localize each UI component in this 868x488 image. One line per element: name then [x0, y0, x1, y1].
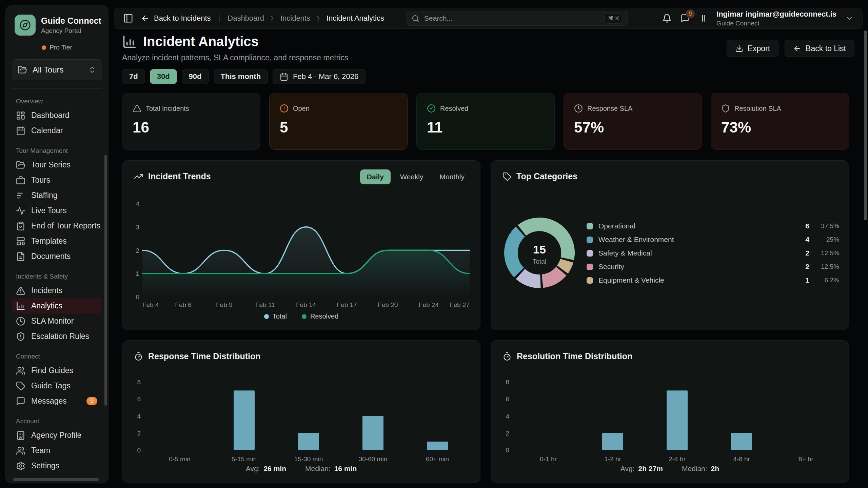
arrow-left-icon — [793, 44, 801, 53]
export-label: Export — [748, 44, 770, 53]
svg-text:4: 4 — [137, 413, 141, 420]
export-button[interactable]: Export — [727, 40, 778, 57]
sidebar-item-agency-profile[interactable]: Agency Profile — [12, 428, 102, 443]
back-to-incidents-button[interactable]: Back to Incidents — [141, 14, 211, 23]
messages-icon[interactable]: 9 — [680, 14, 690, 23]
category-count: 4 — [796, 236, 809, 244]
svg-text:60+ min: 60+ min — [426, 455, 449, 463]
category-label: Weather & Environment — [598, 236, 796, 244]
topbar-left: Back to Incidents | Dashboard Incidents … — [123, 13, 384, 23]
date-range-chip[interactable]: Feb 4 - Mar 6, 2026 — [273, 69, 366, 84]
brand: Guide Connect Agency Portal — [12, 15, 102, 36]
sidebar-item-staffing[interactable]: Staffing — [12, 188, 102, 203]
response-time-chart: 024680-5 min5-15 min15-30 min30-60 min60… — [131, 370, 473, 473]
svg-text:1-2 hr: 1-2 hr — [604, 455, 621, 463]
stat-value: 73% — [721, 119, 839, 136]
categories-donut-chart: 15Total — [500, 214, 578, 293]
sidebar-item-analytics[interactable]: Analytics — [12, 298, 102, 313]
user-menu[interactable]: Ingimar ingimar@guideconnect.is Guide Co… — [716, 10, 836, 27]
category-percent: 12.5% — [809, 263, 839, 270]
sidebar-item-label: Guide Tags — [31, 381, 98, 390]
sidebar-item-sla-monitor[interactable]: SLA Monitor — [12, 313, 102, 329]
svg-text:2: 2 — [506, 430, 509, 437]
breadcrumb-incidents[interactable]: Incidents — [280, 14, 310, 23]
clock-icon — [16, 317, 25, 326]
topbar-right: 9 Ingimar ingimar@guideconnect.is Guide … — [662, 10, 853, 27]
sidebar-item-documents[interactable]: Documents — [12, 249, 102, 264]
sidebar-item-incidents[interactable]: Incidents — [12, 283, 102, 298]
sidebar-item-messages[interactable]: Messages9 — [12, 393, 102, 409]
median-stat: Median:2h — [682, 465, 719, 473]
sidebar-item-label: Escalation Rules — [31, 332, 98, 341]
stat-value: 5 — [280, 119, 397, 136]
trending-up-icon — [134, 172, 143, 181]
window-scrollbar[interactable] — [864, 30, 867, 220]
response-time-title: Response Time Distribution — [148, 351, 261, 361]
breadcrumb-current: Incident Analytics — [327, 14, 384, 23]
notifications-bell-icon[interactable] — [662, 14, 672, 23]
sidebar-item-escalation-rules[interactable]: Escalation Rules — [12, 329, 102, 344]
category-row-equipment-vehicle: Equipment & Vehicle16.2% — [587, 275, 839, 285]
back-to-list-button[interactable]: Back to List — [785, 40, 854, 57]
range-30d-button[interactable]: 30d — [150, 69, 177, 84]
category-swatch-icon — [587, 223, 593, 229]
sidebar-item-guide-tags[interactable]: Guide Tags — [12, 378, 102, 393]
sidebar-item-settings[interactable]: Settings — [12, 458, 102, 473]
sidebar-item-calendar[interactable]: Calendar — [12, 123, 102, 138]
stat-card-open: Open5 — [269, 93, 408, 150]
briefcase-icon — [16, 176, 25, 185]
search-bar[interactable]: ⌘ K — [406, 11, 628, 26]
sidebar-item-label: Analytics — [31, 301, 98, 310]
search-input[interactable] — [424, 14, 600, 22]
toggle-monthly[interactable]: Monthly — [433, 169, 471, 184]
category-count: 6 — [796, 222, 809, 230]
sidebar-item-label: Live Tours — [31, 206, 98, 215]
breadcrumb-dashboard[interactable]: Dashboard — [228, 14, 264, 23]
svg-text:6: 6 — [137, 395, 141, 403]
sidebar-item-label: Team — [31, 446, 98, 455]
message-square-icon — [16, 396, 25, 406]
sidebar-nav: OverviewDashboardCalendarTour Management… — [12, 98, 102, 473]
sidebar-item-team[interactable]: Team — [12, 443, 102, 458]
chevrons-up-down-icon — [88, 66, 96, 74]
settings-icon — [16, 461, 25, 471]
sidebar-toggle-icon[interactable] — [123, 13, 133, 23]
shield-icon — [721, 104, 730, 113]
user-org: Guide Connect — [716, 20, 836, 27]
toggle-daily[interactable]: Daily — [360, 169, 391, 184]
toggle-weekly[interactable]: Weekly — [393, 169, 430, 184]
sidebar-item-label: Calendar — [31, 126, 98, 135]
messages-badge: 9 — [86, 397, 97, 405]
range-this-month-button[interactable]: This month — [214, 69, 268, 84]
bar-chart-icon — [16, 301, 25, 311]
svg-text:Feb 17: Feb 17 — [337, 301, 357, 308]
response-time-stats: Avg:26 minMedian:16 min — [122, 465, 480, 473]
category-count: 2 — [796, 249, 809, 257]
sidebar-item-templates[interactable]: Templates — [12, 233, 102, 249]
sidebar-horizontal-scrollbar[interactable] — [13, 478, 99, 481]
svg-text:Total: Total — [533, 258, 546, 265]
sidebar-item-end-of-tour-reports[interactable]: End of Tour Reports — [12, 218, 102, 233]
range-7d-button[interactable]: 7d — [122, 69, 145, 84]
sidebar-item-tour-series[interactable]: Tour Series — [12, 157, 102, 172]
tier-badge: Pro Tier — [12, 44, 102, 51]
download-icon — [735, 44, 743, 53]
sidebar-item-tours[interactable]: Tours — [12, 172, 102, 188]
stat-value: 57% — [574, 119, 691, 136]
sidebar-vertical-scrollbar[interactable] — [104, 155, 107, 406]
svg-text:Feb 27: Feb 27 — [450, 301, 470, 308]
range-90d-button[interactable]: 90d — [182, 69, 209, 84]
tour-selector[interactable]: All Tours — [12, 59, 102, 80]
tour-selector-value: All Tours — [33, 65, 83, 75]
svg-text:Feb 4: Feb 4 — [142, 301, 159, 308]
top-categories-panel: Top Categories 15Total Operational637.5%… — [491, 160, 849, 330]
tier-label: Pro Tier — [50, 44, 72, 51]
sidebar-item-find-guides[interactable]: Find Guides — [12, 363, 102, 378]
chevron-down-icon[interactable] — [845, 14, 853, 22]
sidebar-item-live-tours[interactable]: Live Tours — [12, 203, 102, 218]
legend-item-total: Total — [264, 312, 287, 320]
response-time-panel: Response Time Distribution 024680-5 min5… — [122, 340, 480, 483]
sidebar-item-dashboard[interactable]: Dashboard — [12, 108, 102, 123]
pause-icon[interactable] — [699, 14, 708, 23]
svg-text:Feb 9: Feb 9 — [216, 301, 233, 308]
